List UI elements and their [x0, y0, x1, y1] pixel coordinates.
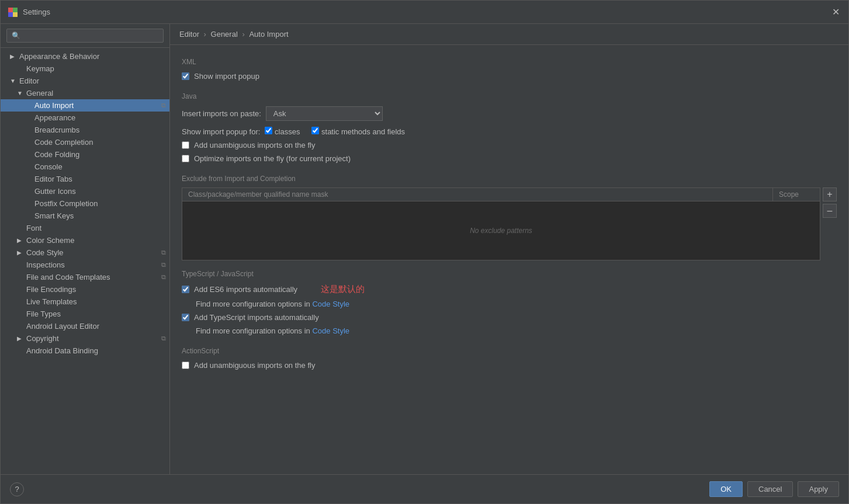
sidebar-item-file-types[interactable]: File Types [1, 308, 169, 320]
add-unambiguous-label: Add unambiguous imports on the fly [194, 141, 315, 150]
add-es6-row: Add ES6 imports automatically 这是默认的 [182, 284, 837, 295]
tree-arrow-general: ▼ [17, 90, 25, 96]
breadcrumb-sep-1: › [204, 30, 209, 39]
java-section: Java Insert imports on paste: Ask Always… [182, 92, 837, 163]
breadcrumb: Editor › General › Auto Import [170, 24, 848, 45]
sidebar-item-editor[interactable]: ▼Editor [1, 75, 169, 87]
tree-label-color-scheme: Color Scheme [26, 236, 74, 245]
static-methods-checkbox[interactable] [311, 127, 319, 134]
apply-button[interactable]: Apply [798, 481, 839, 497]
typescript-title: TypeScript / JavaScript [182, 270, 837, 278]
tree-label-console: Console [34, 162, 63, 171]
search-box [1, 24, 169, 48]
sidebar-item-live-templates[interactable]: Live Templates [1, 296, 169, 308]
add-unambiguous-row: Add unambiguous imports on the fly [182, 141, 837, 150]
breadcrumb-general: General [211, 30, 238, 39]
tree-label-editor-tabs: Editor Tabs [34, 175, 72, 183]
insert-imports-select[interactable]: Ask Always Never [266, 106, 383, 121]
cancel-button[interactable]: Cancel [747, 481, 793, 497]
svg-rect-2 [8, 12, 13, 17]
sidebar-item-auto-import[interactable]: Auto Import⧉ [1, 99, 169, 112]
typescript-section: TypeScript / JavaScript Add ES6 imports … [182, 270, 837, 335]
actionscript-unambiguous-checkbox[interactable] [182, 362, 189, 369]
tree-label-gutter-icons: Gutter Icons [34, 187, 76, 196]
window-title: Settings [23, 8, 832, 16]
sidebar-item-smart-keys[interactable]: Smart Keys [1, 210, 169, 222]
sidebar-item-file-encodings[interactable]: File Encodings [1, 283, 169, 296]
actionscript-section: ActionScript Add unambiguous imports on … [182, 347, 837, 370]
tree-label-file-types: File Types [26, 310, 61, 318]
tree-label-inspections: Inspections [26, 260, 65, 269]
code-style-link-es6[interactable]: Code Style [312, 300, 349, 308]
insert-imports-row: Insert imports on paste: Ask Always Neve… [182, 106, 837, 121]
exclude-table: Class/package/member qualified name mask… [182, 187, 820, 260]
find-more-es6-row: Find more configuration options in Code … [182, 300, 837, 308]
tree-label-keymap: Keymap [26, 64, 54, 73]
ok-button[interactable]: OK [709, 481, 743, 497]
sidebar-item-console[interactable]: Console [1, 161, 169, 173]
tree-label-android-layout-editor: Android Layout Editor [26, 322, 99, 331]
tree-arrow-code-style: ▶ [17, 249, 25, 256]
java-title: Java [182, 92, 837, 100]
code-style-link-ts[interactable]: Code Style [312, 326, 349, 335]
sidebar-item-keymap[interactable]: Keymap [1, 62, 169, 75]
exclude-buttons: + – [823, 187, 837, 260]
tree-label-code-folding: Code Folding [34, 150, 79, 159]
svg-rect-0 [8, 8, 13, 12]
sidebar-item-copyright[interactable]: ▶Copyright⧉ [1, 332, 169, 345]
sidebar-item-gutter-icons[interactable]: Gutter Icons [1, 185, 169, 197]
title-bar: Settings ✕ [1, 1, 848, 24]
tree-label-android-data-binding: Android Data Binding [26, 346, 98, 355]
tree-label-general: General [26, 89, 53, 98]
sidebar-item-file-code-templates[interactable]: File and Code Templates⧉ [1, 271, 169, 283]
find-more-ts-prefix: Find more configuration options in [196, 326, 312, 335]
xml-title: XML [182, 58, 837, 66]
tree-label-code-completion: Code Completion [34, 138, 93, 147]
sidebar-item-inspections[interactable]: Inspections⧉ [1, 259, 169, 271]
annotation-text: 这是默认的 [321, 284, 365, 295]
add-es6-label: Add ES6 imports automatically [194, 285, 297, 294]
tree-arrow-appearance-behavior: ▶ [10, 53, 18, 60]
show-popup-for-row: Show import popup for: classes static me… [182, 127, 837, 136]
sidebar-item-editor-tabs[interactable]: Editor Tabs [1, 173, 169, 185]
sidebar-item-android-data-binding[interactable]: Android Data Binding [1, 345, 169, 357]
sidebar-item-appearance-behavior[interactable]: ▶Appearance & Behavior [1, 50, 169, 62]
add-unambiguous-checkbox[interactable] [182, 141, 189, 149]
exclude-table-wrapper: Class/package/member qualified name mask… [182, 187, 837, 260]
show-popup-for-label: Show import popup for: [182, 127, 260, 136]
exclude-col-scope: Scope [773, 188, 820, 201]
sidebar-item-general[interactable]: ▼General [1, 87, 169, 99]
app-icon [8, 7, 18, 18]
tree-label-appearance: Appearance [34, 113, 75, 122]
sidebar-item-android-layout-editor[interactable]: Android Layout Editor [1, 320, 169, 332]
sidebar-item-code-style[interactable]: ▶Code Style⧉ [1, 246, 169, 259]
right-panel: Editor › General › Auto Import XML Show … [170, 24, 848, 474]
add-exclude-button[interactable]: + [823, 187, 837, 201]
help-button[interactable]: ? [10, 482, 24, 496]
show-import-popup-checkbox[interactable] [182, 72, 189, 80]
tree-label-file-code-templates: File and Code Templates [26, 273, 110, 281]
insert-imports-label: Insert imports on paste: [182, 109, 261, 118]
tree-arrow-copyright: ▶ [17, 335, 25, 342]
sidebar-item-appearance[interactable]: Appearance [1, 112, 169, 124]
sidebar-item-breadcrumbs[interactable]: Breadcrumbs [1, 124, 169, 136]
tree-arrow-color-scheme: ▶ [17, 237, 25, 244]
tree-label-breadcrumbs: Breadcrumbs [34, 126, 79, 134]
add-ts-checkbox[interactable] [182, 314, 189, 321]
sidebar-item-code-folding[interactable]: Code Folding [1, 148, 169, 161]
content-area: XML Show import popup Java Insert import… [170, 45, 848, 474]
sidebar-item-postfix-completion[interactable]: Postfix Completion [1, 197, 169, 210]
close-button[interactable]: ✕ [832, 8, 841, 17]
actionscript-title: ActionScript [182, 347, 837, 355]
classes-checkbox[interactable] [265, 127, 272, 134]
add-es6-checkbox[interactable] [182, 286, 189, 293]
actionscript-unambiguous-row: Add unambiguous imports on the fly [182, 361, 837, 370]
search-input[interactable] [6, 29, 164, 43]
sidebar-item-code-completion[interactable]: Code Completion [1, 136, 169, 148]
copy-icon-code-style: ⧉ [161, 249, 166, 256]
optimize-imports-checkbox[interactable] [182, 155, 189, 162]
remove-exclude-button[interactable]: – [823, 204, 837, 218]
sidebar-item-font[interactable]: Font [1, 222, 169, 234]
sidebar-item-color-scheme[interactable]: ▶Color Scheme [1, 234, 169, 246]
xml-section: XML Show import popup [182, 58, 837, 81]
